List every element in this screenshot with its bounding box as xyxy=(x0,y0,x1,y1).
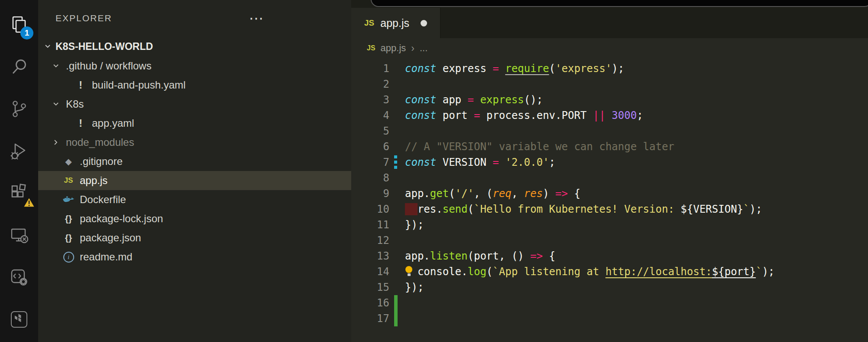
line-number[interactable]: 9 xyxy=(351,186,389,201)
code-text: console.log(`App listening at http://loc… xyxy=(400,264,775,280)
tree-item-label: .gitignore xyxy=(80,155,123,168)
folder-github-workflows[interactable]: .github / workflows xyxy=(38,56,351,76)
sidebar-title: EXPLORER xyxy=(55,13,112,23)
code-line-10[interactable]: 10 res.send(`Hello from Kubernetes! Vers… xyxy=(351,201,868,217)
dev-containers-icon[interactable] xyxy=(0,256,38,298)
code-text: }); xyxy=(400,217,424,233)
file-gitignore[interactable]: ◆.gitignore xyxy=(38,152,351,171)
gutter-decoration xyxy=(393,61,400,76)
code-line-6[interactable]: 6// A "VERSION" variable we can change l… xyxy=(351,139,868,155)
line-number[interactable]: 12 xyxy=(351,233,389,248)
search-icon[interactable] xyxy=(0,46,38,88)
line-number[interactable]: 10 xyxy=(351,201,389,217)
json-file-icon: {} xyxy=(62,233,75,243)
gutter-decoration xyxy=(393,139,400,155)
code-line-1[interactable]: 1const express = require('express'); xyxy=(351,61,868,76)
chevron-down-icon xyxy=(43,42,52,51)
js-file-icon: JS xyxy=(62,176,75,185)
line-number[interactable]: 7 xyxy=(351,155,389,170)
run-and-debug-icon[interactable] xyxy=(0,130,38,172)
code-line-3[interactable]: 3const app = express(); xyxy=(351,92,868,108)
code-line-2[interactable]: 2 xyxy=(351,76,868,92)
file-app-yaml[interactable]: !app.yaml xyxy=(38,114,351,133)
code-line-9[interactable]: 9app.get('/', (req, res) => { xyxy=(351,186,868,201)
tree-item-label: Dockerfile xyxy=(80,194,126,206)
project-section-header[interactable]: K8S-HELLO-WORLD xyxy=(38,36,351,56)
more-actions-icon[interactable]: ⋯ xyxy=(249,14,264,23)
gutter-decoration xyxy=(393,76,400,92)
lightbulb-icon[interactable] xyxy=(405,264,418,280)
tree-item-label: app.js xyxy=(80,174,108,187)
code-line-4[interactable]: 4const port = process.env.PORT || 3000; xyxy=(351,108,868,123)
gutter-decoration xyxy=(393,92,400,108)
chevron-down-icon xyxy=(51,61,61,71)
line-number[interactable]: 5 xyxy=(351,123,389,139)
file-app-js[interactable]: JSapp.js xyxy=(38,171,351,190)
file-readme-md[interactable]: ireadme.md xyxy=(38,247,351,266)
file-dockerfile[interactable]: Dockerfile xyxy=(38,190,351,209)
extensions-warning-badge xyxy=(23,197,35,210)
git-added-indicator xyxy=(393,295,400,311)
breadcrumb: JS app.js › ... xyxy=(351,38,868,58)
extensions-icon[interactable] xyxy=(0,172,38,214)
line-number[interactable]: 11 xyxy=(351,217,389,233)
js-file-icon: JS xyxy=(364,18,374,28)
chevron-down-icon xyxy=(51,99,61,109)
terraform-icon[interactable] xyxy=(0,298,38,340)
code-line-15[interactable]: 15}); xyxy=(351,280,868,295)
folder-node-modules[interactable]: node_modules xyxy=(38,133,351,152)
line-number[interactable]: 1 xyxy=(351,61,389,76)
line-number[interactable]: 16 xyxy=(351,295,389,311)
breadcrumb-file[interactable]: app.js xyxy=(381,43,406,54)
code-line-8[interactable]: 8 xyxy=(351,170,868,186)
line-number[interactable]: 13 xyxy=(351,248,389,264)
code-text: const VERSION = '2.0.0'; xyxy=(400,155,555,170)
line-number[interactable]: 8 xyxy=(351,170,389,186)
git-removed-region-marker xyxy=(405,203,418,215)
tree-item-label: readme.md xyxy=(80,251,132,263)
code-line-12[interactable]: 12 xyxy=(351,233,868,248)
tab-label: app.js xyxy=(380,17,409,30)
explorer-badge: 1 xyxy=(20,26,33,39)
gutter-decoration xyxy=(393,170,400,186)
editor-area: JS app.js JS app.js › ... 1const express… xyxy=(351,0,868,342)
explorer-icon[interactable]: 1 xyxy=(0,3,38,46)
tree-item-label: .github / workflows xyxy=(66,60,151,72)
tree-item-label: node_modules xyxy=(66,136,134,148)
line-number[interactable]: 14 xyxy=(351,264,389,280)
tree-item-label: package-lock.json xyxy=(80,213,163,225)
file-package-json[interactable]: {}package.json xyxy=(38,228,351,247)
code-editor[interactable]: 1const express = require('express');23co… xyxy=(351,58,868,326)
file-package-lock-json[interactable]: {}package-lock.json xyxy=(38,209,351,228)
remote-monitor-icon[interactable] xyxy=(0,214,38,256)
code-text xyxy=(400,311,405,326)
sidebar-header: EXPLORER ⋯ xyxy=(38,0,351,36)
code-line-13[interactable]: 13app.listen(port, () => { xyxy=(351,248,868,264)
code-line-7[interactable]: 7const VERSION = '2.0.0'; xyxy=(351,155,868,170)
line-number[interactable]: 4 xyxy=(351,108,389,123)
code-line-5[interactable]: 5 xyxy=(351,123,868,139)
line-number[interactable]: 3 xyxy=(351,92,389,108)
git-modified-indicator xyxy=(393,155,400,170)
code-text: const app = express(); xyxy=(400,92,543,108)
line-number[interactable]: 15 xyxy=(351,280,389,295)
info-file-icon: i xyxy=(63,252,74,263)
code-line-16[interactable]: 16 xyxy=(351,295,868,311)
gutter-decoration xyxy=(393,264,400,280)
code-line-14[interactable]: 14 console.log(`App listening at http://… xyxy=(351,264,868,280)
line-number[interactable]: 2 xyxy=(351,76,389,92)
line-number[interactable]: 6 xyxy=(351,139,389,155)
source-control-icon[interactable] xyxy=(0,88,38,130)
code-line-17[interactable]: 17 xyxy=(351,311,868,326)
breadcrumb-more[interactable]: ... xyxy=(420,43,427,54)
code-text: app.listen(port, () => { xyxy=(400,248,555,264)
tab-app-js[interactable]: JS app.js xyxy=(351,8,441,38)
activity-bar: 1 xyxy=(0,0,38,342)
folder-k8s[interactable]: K8s xyxy=(38,95,351,114)
code-line-11[interactable]: 11}); xyxy=(351,217,868,233)
project-name: K8S-HELLO-WORLD xyxy=(55,41,153,53)
modified-indicator[interactable] xyxy=(421,20,427,26)
gutter-decoration xyxy=(393,123,400,139)
line-number[interactable]: 17 xyxy=(351,311,389,326)
file-build-and-push-yaml[interactable]: !build-and-push.yaml xyxy=(38,76,351,95)
